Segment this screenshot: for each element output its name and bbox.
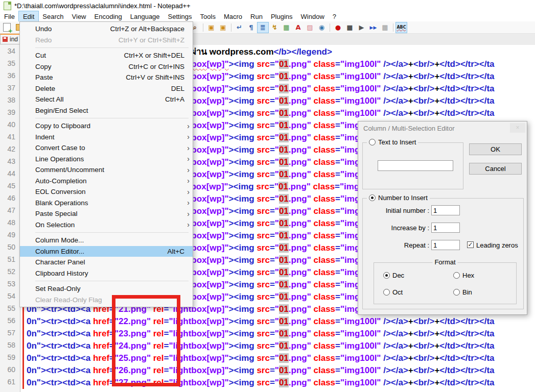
macro-record-icon[interactable]: ● bbox=[333, 22, 343, 33]
edit-menu-item-clipboard-history[interactable]: Clipboard History bbox=[20, 268, 193, 279]
code-segment: href bbox=[93, 365, 109, 375]
code-line-61[interactable]: 0n"><tr><td><a href="27.png" rel="lightb… bbox=[27, 377, 495, 389]
number-to-insert-radio[interactable] bbox=[369, 194, 376, 201]
show-indent-guide-icon[interactable]: ≣ bbox=[258, 22, 268, 33]
macro-stop-icon[interactable]: ■ bbox=[344, 22, 355, 33]
repeat-input[interactable] bbox=[431, 240, 460, 250]
text-to-insert-radio[interactable] bbox=[369, 139, 376, 145]
edit-menu-item-comment-uncomment[interactable]: Comment/Uncomment› bbox=[20, 164, 193, 176]
menu-item-label: Auto-Completion bbox=[35, 177, 87, 185]
menu-item-label: Column Editor... bbox=[35, 248, 84, 255]
menubar-item-file[interactable]: File bbox=[0, 11, 19, 21]
edit-menu-item-paste[interactable]: PasteCtrl+V or Shift+INS bbox=[20, 72, 193, 83]
code-segment: + bbox=[434, 59, 439, 69]
macro-save-icon[interactable]: ▦ bbox=[380, 22, 390, 33]
word-wrap-icon[interactable]: ↵ bbox=[234, 22, 245, 33]
folder-workspace-icon[interactable]: ▨ bbox=[305, 22, 315, 33]
code-segment: = bbox=[270, 157, 275, 167]
edit-menu-item-column-mode[interactable]: Column Mode... bbox=[20, 235, 193, 246]
code-line-60[interactable]: 0n"><tr><td><a href="26.png" rel="lightb… bbox=[27, 364, 495, 377]
oct-radio[interactable] bbox=[383, 289, 390, 296]
format-label: Format bbox=[434, 258, 455, 266]
code-segment: class bbox=[314, 267, 336, 277]
edit-menu-item-undo[interactable]: UndoCtrl+Z or Alt+Backspace bbox=[20, 23, 193, 35]
edit-menu-item-copy-to-clipboard[interactable]: Copy to Clipboard› bbox=[20, 120, 193, 132]
line-number: 51 bbox=[0, 255, 15, 263]
bin-radio[interactable] bbox=[453, 289, 460, 296]
code-segment: href bbox=[93, 341, 109, 351]
edit-menu-item-character-panel[interactable]: Character Panel bbox=[20, 257, 193, 268]
document-map-icon[interactable]: ▦ bbox=[281, 22, 292, 33]
code-line-59[interactable]: 0n"><tr><td><a href="25.png" rel="lightb… bbox=[27, 352, 495, 364]
format-option-oct[interactable]: Oct bbox=[383, 288, 403, 296]
view-second-doc-icon[interactable]: ▣ bbox=[218, 22, 228, 33]
ok-button[interactable]: OK bbox=[469, 143, 522, 155]
code-segment: = bbox=[335, 206, 340, 216]
menubar-item-macro[interactable]: Macro bbox=[220, 11, 246, 21]
red-letter-doc-icon[interactable]: A bbox=[293, 22, 304, 33]
code-line-58[interactable]: 0n"><tr><td><a href="24.png" rel="lightb… bbox=[27, 340, 495, 352]
cancel-button[interactable]: Cancel bbox=[469, 163, 522, 175]
text-to-insert-input[interactable] bbox=[378, 160, 453, 171]
menubar-item-view[interactable]: View bbox=[68, 11, 90, 21]
edit-menu-item-redo[interactable]: RedoCtrl+Y or Ctrl+Shift+Z bbox=[20, 35, 193, 46]
edit-menu-item-copy[interactable]: CopyCtrl+C or Ctrl+INS bbox=[20, 61, 193, 72]
menu-item-shortcut: Alt+C bbox=[168, 248, 184, 255]
code-segment: .png" bbox=[289, 243, 311, 253]
edit-menu-item-convert-case-to[interactable]: Convert Case to› bbox=[20, 142, 193, 154]
menubar-item-encoding[interactable]: Encoding bbox=[90, 11, 126, 21]
format-option-dec[interactable]: Dec bbox=[383, 272, 404, 279]
format-option-label: Hex bbox=[462, 272, 474, 279]
menu-item-label: EOL Conversion bbox=[35, 188, 86, 195]
menubar-item-tools[interactable]: Tools bbox=[196, 11, 220, 21]
initial-number-input[interactable] bbox=[431, 205, 460, 215]
new-file-icon[interactable] bbox=[2, 22, 12, 33]
code-segment: class bbox=[314, 280, 336, 289]
edit-menu-item-indent[interactable]: Indent› bbox=[20, 132, 193, 143]
code-segment: .png" bbox=[289, 365, 311, 375]
macro-run-multiple-icon[interactable]: ▶▶ bbox=[368, 22, 379, 33]
menubar-item-help[interactable]: ? bbox=[329, 11, 340, 21]
menubar-item-run[interactable]: Run bbox=[246, 11, 267, 21]
code-segment: = bbox=[335, 71, 340, 81]
edit-menu-item-cut[interactable]: CutCtrl+X or Shift+DEL bbox=[20, 50, 193, 61]
code-segment: + bbox=[434, 353, 439, 363]
edit-menu-item-eol-conversion[interactable]: EOL Conversion› bbox=[20, 186, 193, 198]
doc-lightning-icon[interactable]: ↯ bbox=[269, 22, 280, 33]
leading-zeros-checkbox[interactable]: ✓ bbox=[467, 241, 474, 248]
hex-radio[interactable] bbox=[453, 272, 460, 279]
edit-menu-item-blank-operations[interactable]: Blank Operations› bbox=[20, 198, 193, 209]
macro-play-icon[interactable]: ▶ bbox=[356, 22, 367, 33]
menubar-item-language[interactable]: Language bbox=[126, 11, 164, 21]
edit-menu-item-line-operations[interactable]: Line Operations› bbox=[20, 154, 193, 165]
spell-check-icon[interactable]: ABC bbox=[396, 22, 407, 33]
increase-by-input[interactable] bbox=[431, 223, 460, 233]
dialog-close-button[interactable]: × bbox=[510, 123, 525, 133]
edit-menu-item-auto-completion[interactable]: Auto-Completion› bbox=[20, 176, 193, 187]
line-number: 45 bbox=[0, 182, 15, 190]
line-number: 50 bbox=[0, 243, 15, 251]
monitoring-icon[interactable]: ◉ bbox=[316, 22, 327, 33]
menubar-item-settings[interactable]: Settings bbox=[164, 11, 196, 21]
edit-menu-item-column-editor[interactable]: Column Editor...Alt+C bbox=[20, 246, 193, 257]
column-selection-text: 01 bbox=[279, 84, 289, 93]
menubar-item-edit[interactable]: Edit bbox=[19, 11, 38, 21]
edit-menu-item-select-all[interactable]: Select AllCtrl+A bbox=[20, 94, 193, 105]
edit-menu-item-begin-end-select[interactable]: Begin/End Select bbox=[20, 105, 193, 116]
edit-menu-item-on-selection[interactable]: On Selection› bbox=[20, 219, 193, 231]
format-option-hex[interactable]: Hex bbox=[453, 272, 474, 279]
menubar-item-search[interactable]: Search bbox=[38, 11, 67, 21]
menubar-item-plugins[interactable]: Plugins bbox=[267, 11, 297, 21]
edit-menu-item-set-read-only[interactable]: Set Read-Only bbox=[20, 283, 193, 295]
view-first-doc-icon[interactable]: ▣ bbox=[206, 22, 217, 33]
edit-menu-item-paste-special[interactable]: Paste Special› bbox=[20, 208, 193, 219]
code-segment: .png" bbox=[289, 378, 311, 387]
show-all-characters-icon[interactable]: ¶ bbox=[246, 22, 257, 33]
code-segment: ><img bbox=[229, 206, 257, 216]
edit-menu-item-delete[interactable]: DeleteDEL bbox=[20, 83, 193, 94]
code-line-57[interactable]: 0n"><tr><td><a href="23.png" rel="lightb… bbox=[27, 328, 495, 340]
format-option-bin[interactable]: Bin bbox=[453, 288, 472, 296]
code-line-56[interactable]: 0n"><tr><td><a href="22.png" rel="lightb… bbox=[27, 315, 495, 328]
dec-radio[interactable] bbox=[383, 272, 390, 279]
menubar-item-window[interactable]: Window bbox=[297, 11, 329, 21]
